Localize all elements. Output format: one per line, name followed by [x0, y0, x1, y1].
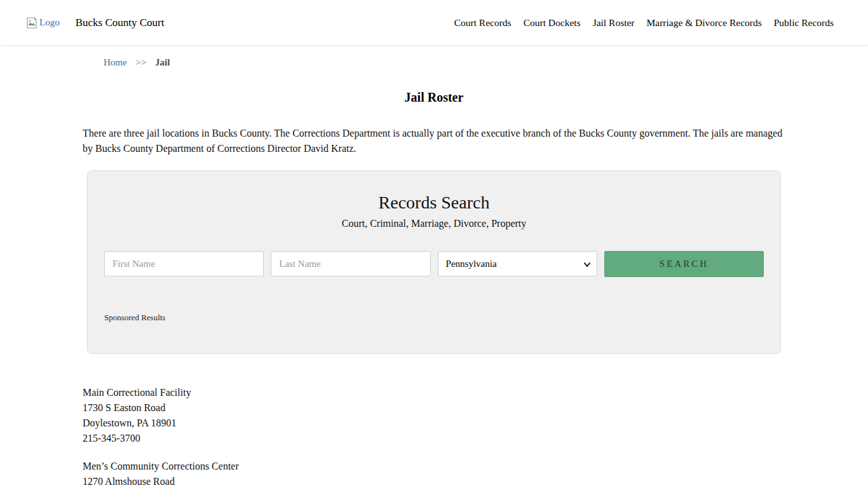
site-title: Bucks County Court: [76, 17, 165, 29]
main-nav: Court Records Court Dockets Jail Roster …: [454, 17, 834, 29]
page-content: Home >> Jail Jail Roster There are three…: [83, 57, 785, 488]
state-select[interactable]: Pennsylvania: [438, 251, 597, 276]
header: Logo Bucks County Court Court Records Co…: [0, 0, 868, 46]
page-title: Jail Roster: [83, 90, 785, 105]
intro-paragraph: There are three jail locations in Bucks …: [83, 126, 785, 156]
nav-court-dockets[interactable]: Court Dockets: [524, 17, 581, 29]
breadcrumb-current: Jail: [155, 57, 170, 67]
sponsored-results-label: Sponsored Results: [104, 313, 764, 323]
records-search-panel: Records Search Court, Criminal, Marriage…: [87, 170, 781, 354]
last-name-input[interactable]: [271, 251, 430, 276]
state-select-wrap: Pennsylvania: [438, 251, 597, 277]
broken-image-icon: [25, 17, 39, 29]
first-name-input[interactable]: [104, 251, 264, 276]
location-main-correctional-facility: Main Correctional Facility 1730 S Easton…: [83, 385, 785, 446]
nav-marriage-divorce-records[interactable]: Marriage & Divorce Records: [647, 17, 762, 29]
location-street: 1730 S Easton Road: [83, 400, 785, 416]
search-button[interactable]: SEARCH: [604, 251, 764, 277]
logo-alt-text[interactable]: Logo: [39, 17, 60, 28]
location-mens-community-corrections-center: Men’s Community Corrections Center 1270 …: [83, 459, 785, 488]
location-name: Men’s Community Corrections Center: [83, 459, 785, 474]
breadcrumb: Home >> Jail: [104, 57, 785, 68]
breadcrumb-home-link[interactable]: Home: [104, 57, 127, 67]
records-search-title: Records Search: [104, 193, 764, 213]
records-search-subtitle: Court, Criminal, Marriage, Divorce, Prop…: [104, 218, 764, 229]
location-city-state-zip: Doylestown, PA 18901: [83, 416, 785, 431]
location-name: Main Correctional Facility: [83, 385, 785, 400]
nav-jail-roster[interactable]: Jail Roster: [593, 17, 635, 29]
location-phone: 215-345-3700: [83, 431, 785, 446]
search-form-row: Pennsylvania SEARCH: [104, 251, 764, 277]
nav-court-records[interactable]: Court Records: [454, 17, 512, 29]
breadcrumb-separator: >>: [135, 57, 146, 67]
jail-locations: Main Correctional Facility 1730 S Easton…: [83, 385, 785, 488]
nav-public-records[interactable]: Public Records: [774, 17, 834, 29]
location-street: 1270 Almshouse Road: [83, 474, 785, 488]
brand: Logo Bucks County Court: [25, 17, 164, 29]
broken-logo-image: Logo: [25, 17, 60, 29]
